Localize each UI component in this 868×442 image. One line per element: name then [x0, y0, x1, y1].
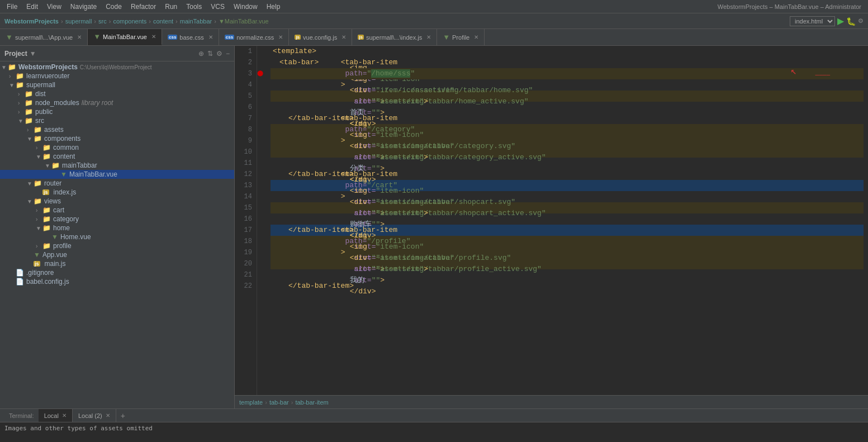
- breadcrumb-webstorm[interactable]: WebstormProjects: [4, 18, 59, 25]
- tree-router-index[interactable]: js index.js: [0, 188, 234, 197]
- bc-sep-6: ›: [214, 18, 216, 25]
- tree-common[interactable]: › 📁 common: [0, 143, 234, 152]
- sort-icon[interactable]: ⇅: [207, 50, 213, 58]
- menu-vcs[interactable]: VCS: [206, 2, 229, 12]
- editor-gutter: ⬤: [257, 46, 266, 395]
- terminal-add-button[interactable]: +: [116, 411, 130, 420]
- tree-views[interactable]: ▼ 📁 views: [0, 197, 234, 206]
- file-select[interactable]: index.html: [790, 16, 835, 26]
- project-panel: Project ▼ ⊕ ⇅ ⚙ − ▼ 📁 WebstormProjects C…: [0, 46, 235, 408]
- folder-icon: 📁: [51, 161, 60, 169]
- tree-home[interactable]: ▼ 📁 home: [0, 224, 234, 232]
- expand-arrow: ›: [18, 109, 25, 115]
- expand-arrow: ›: [36, 243, 42, 249]
- tree-label: router: [44, 179, 61, 187]
- tree-content[interactable]: ▼ 📁 content: [0, 152, 234, 161]
- tree-maintabbar[interactable]: ▼ 📁 mainTabbar: [0, 161, 234, 170]
- debug-icon[interactable]: 🐛: [846, 17, 856, 26]
- code-text: <tab-bar-item path="/home/sss" >: [288, 46, 415, 102]
- tree-src[interactable]: ▼ 📁 src: [0, 116, 234, 125]
- tab-name: Local (2): [78, 412, 102, 419]
- tab-close[interactable]: ✕: [208, 34, 213, 40]
- tree-profile[interactable]: › 📁 profile: [0, 241, 234, 250]
- tab-base-css[interactable]: css base.css ✕: [162, 29, 219, 45]
- close-icon[interactable]: ✕: [62, 412, 67, 419]
- expand-arrow: ▼: [27, 198, 34, 205]
- tree-babel[interactable]: 📄 babel.config.js: [0, 277, 234, 286]
- settings-icon[interactable]: ⚙: [858, 17, 864, 25]
- menu-refactor[interactable]: Refactor: [126, 2, 160, 12]
- tree-router[interactable]: ▼ 📁 router: [0, 179, 234, 188]
- tree-assets[interactable]: › 📁 assets: [0, 125, 234, 134]
- panel-dropdown-icon[interactable]: ▼: [30, 50, 36, 58]
- tab-close[interactable]: ✕: [151, 34, 156, 40]
- bc-template: template: [239, 399, 263, 406]
- breadcrumb-components[interactable]: components: [113, 18, 146, 25]
- tree-label: supermall: [26, 81, 55, 89]
- tab-close[interactable]: ✕: [426, 34, 431, 40]
- tree-public[interactable]: › 📁 public: [0, 107, 234, 116]
- vue-icon: ▼: [443, 33, 450, 41]
- tree-root[interactable]: ▼ 📁 WebstormProjects C:\Users\lq\Webstor…: [0, 63, 234, 72]
- terminal-tab-local2[interactable]: Local (2) ✕: [73, 409, 116, 422]
- tree-label: common: [53, 144, 79, 151]
- tree-label: node_modules: [35, 99, 79, 107]
- breadcrumb-file[interactable]: MainTabBar.vue: [225, 18, 269, 25]
- minimize-icon[interactable]: −: [226, 50, 230, 58]
- tab-close[interactable]: ✕: [77, 34, 82, 40]
- tab-app-vue[interactable]: ▼ supermall\...\App.vue ✕: [0, 29, 88, 45]
- menu-run[interactable]: Run: [160, 2, 182, 12]
- menu-navigate[interactable]: Navigate: [66, 2, 101, 12]
- tree-home-vue[interactable]: ▼ Home.vue: [0, 232, 234, 241]
- line-numbers: 123456 789101112 131415161718 19202122: [235, 46, 257, 395]
- menu-view[interactable]: View: [42, 2, 66, 12]
- tab-close[interactable]: ✕: [341, 34, 346, 40]
- tree-learnvuerouter[interactable]: › 📁 learnvuerouter: [0, 72, 234, 80]
- tree-dist[interactable]: › 📁 dist: [0, 89, 234, 98]
- code-text: <div slot="item-text"> 我的 </div>: [297, 241, 428, 308]
- code-editor[interactable]: 123456 789101112 131415161718 19202122 ⬤: [235, 46, 868, 395]
- breadcrumb-content[interactable]: content: [153, 18, 173, 25]
- tree-app-vue[interactable]: ▼ App.vue: [0, 250, 234, 259]
- expand-arrow: ›: [36, 207, 42, 213]
- folder-icon: 📁: [42, 206, 51, 214]
- code-content[interactable]: <template> <tab-bar> <tab-bar-item path=…: [266, 46, 868, 395]
- tree-main-js[interactable]: js main.js: [0, 259, 234, 268]
- tab-label: MainTabBar.vue: [103, 34, 147, 40]
- breadcrumb-supermall[interactable]: supermall: [65, 18, 92, 25]
- window-title: WebstormProjects – MainTabBar.vue – Admi…: [718, 3, 866, 10]
- tab-vue-config[interactable]: js vue.config.js ✕: [289, 29, 352, 45]
- sync-icon[interactable]: ⊕: [198, 50, 204, 58]
- expand-arrow: ›: [18, 91, 25, 97]
- menu-tools[interactable]: Tools: [182, 2, 206, 12]
- menu-code[interactable]: Code: [101, 2, 126, 12]
- sep2: ›: [291, 399, 293, 406]
- tab-main-tabbar[interactable]: ▼ MainTabBar.vue ✕: [88, 29, 162, 45]
- breadcrumb-maintabbar[interactable]: mainTabbar: [180, 18, 212, 25]
- tab-supermall-index[interactable]: js supermall\...\index.js ✕: [352, 29, 437, 45]
- tree-gitignore[interactable]: 📄 .gitignore: [0, 268, 234, 277]
- bc-sep-2: ›: [94, 18, 96, 25]
- menu-edit[interactable]: Edit: [22, 2, 42, 12]
- tab-normalize-css[interactable]: css normalize.css ✕: [219, 29, 290, 45]
- tree-maintabbar-vue[interactable]: ▼ MainTabBar.vue: [0, 170, 234, 179]
- run-icon[interactable]: ▶: [837, 16, 844, 26]
- tree-supermall[interactable]: ▼ 📁 supermall: [0, 80, 234, 89]
- gear-icon[interactable]: ⚙: [216, 50, 222, 58]
- breadcrumb-src[interactable]: src: [98, 18, 107, 25]
- tab-close[interactable]: ✕: [278, 34, 283, 40]
- bc-tabbaritem: tab-bar-item: [295, 399, 328, 406]
- tab-close[interactable]: ✕: [474, 34, 478, 40]
- menu-window[interactable]: Window: [229, 2, 262, 12]
- tree-cart[interactable]: › 📁 cart: [0, 206, 234, 215]
- close-icon[interactable]: ✕: [106, 412, 110, 419]
- tree-label: public: [35, 108, 53, 116]
- menu-file[interactable]: File: [2, 2, 22, 12]
- tree-category[interactable]: › 📁 category: [0, 215, 234, 224]
- tree-label: App.vue: [42, 251, 67, 259]
- terminal-tab-local[interactable]: Local ✕: [39, 409, 73, 422]
- tab-profile[interactable]: ▼ Profile ✕: [437, 29, 485, 45]
- tree-node-modules[interactable]: › 📁 node_modules library root: [0, 98, 234, 107]
- menu-help[interactable]: Help: [262, 2, 285, 12]
- tree-components[interactable]: ▼ 📁 components: [0, 134, 234, 143]
